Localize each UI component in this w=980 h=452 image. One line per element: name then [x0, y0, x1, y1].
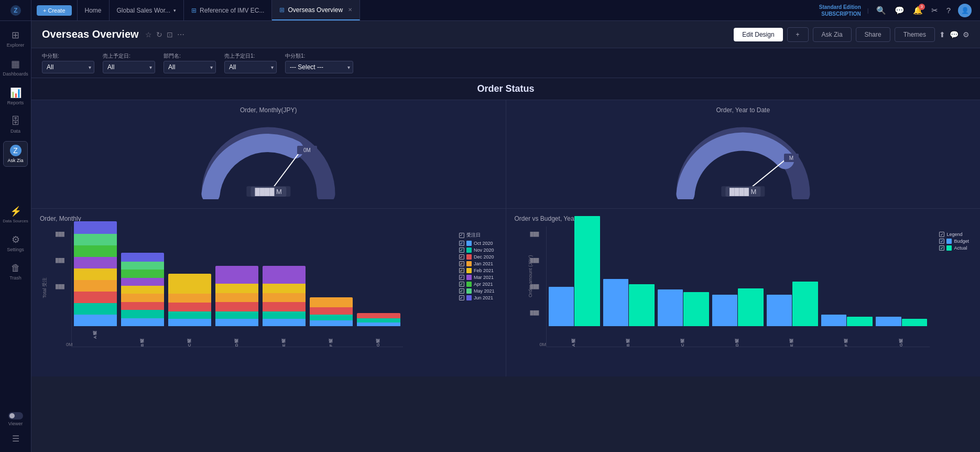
stacked-bar-c[interactable]	[168, 274, 211, 326]
sidebar-menu-toggle[interactable]: ☰	[8, 429, 23, 448]
legend-legend-checkbox[interactable]: ✓	[939, 232, 944, 237]
legend-dec2020-label: Dec 2020	[474, 254, 494, 260]
legend-actual-checkbox[interactable]: ✓	[939, 245, 944, 251]
stacked-bar-b[interactable]	[121, 253, 164, 326]
legend-item-mar2021: ✓ Mar 2021	[459, 275, 495, 280]
app-logo[interactable]: Z	[0, 0, 31, 20]
viewer-toggle[interactable]: Viewer	[8, 409, 23, 429]
legend-checkbox[interactable]: ✓	[459, 233, 464, 238]
actual-bar-d[interactable]	[738, 288, 764, 326]
sidebar-item-trash[interactable]: 🗑 Trash	[0, 259, 31, 285]
svg-text:M: M	[789, 155, 793, 161]
svg-text:Z: Z	[14, 7, 17, 14]
ask-zia-button[interactable]: Ask Zia	[813, 27, 852, 42]
y-val-r-mid1: ███	[530, 258, 539, 263]
create-button[interactable]: + Create	[37, 5, 72, 16]
tab-reference[interactable]: ⊞ Reference of IMV EC...	[184, 0, 272, 20]
gauge-left-panel: Order, Monthly(JPY) 0M	[31, 100, 506, 208]
grouped-bar-b-bars	[603, 279, 655, 326]
filter-sales-date2-select[interactable]: All	[224, 61, 277, 73]
grouped-bar-group-e: 拠点E	[767, 282, 818, 347]
nav-right: Standard Edition SUBSCRIPTION | 🔍 💬 🔔 3 …	[811, 4, 980, 17]
tab-overseas-overview[interactable]: ⊞ Overseas Overview ✕	[272, 0, 360, 20]
legend-item-nov2020: ✓ Nov 2020	[459, 247, 495, 253]
legend-title-text: 受注日	[466, 232, 481, 239]
tab-close-icon[interactable]: ✕	[348, 7, 352, 13]
stacked-bar-e[interactable]	[263, 266, 306, 326]
legend-mar2021-checkbox[interactable]: ✓	[459, 275, 464, 280]
top-nav: Z + Create Home Global Sales Wor... ▾ ⊞ …	[0, 0, 980, 21]
legend-item-budget: ✓ Budget	[939, 239, 969, 244]
actual-bar-g[interactable]	[902, 319, 928, 326]
export-icon[interactable]: ⬆	[939, 30, 945, 39]
legend-item-apr2021: ✓ Apr 2021	[459, 282, 495, 287]
chat-icon[interactable]: 💬	[894, 5, 906, 16]
actual-bar-e[interactable]	[792, 282, 818, 326]
budget-bar-a[interactable]	[549, 287, 574, 326]
stacked-bar-g[interactable]	[357, 313, 400, 326]
tab-global-sales[interactable]: Global Sales Wor... ▾	[110, 0, 184, 20]
actual-bar-a[interactable]	[574, 216, 600, 326]
sidebar-item-data[interactable]: 🗄 Data	[0, 112, 31, 138]
budget-bar-d[interactable]	[712, 295, 738, 326]
help-icon[interactable]: ?	[945, 5, 952, 16]
sidebar-item-settings[interactable]: ⚙ Settings	[0, 230, 31, 256]
sidebar-item-reports[interactable]: 📊 Reports	[0, 83, 31, 110]
filter-department-select[interactable]: All	[164, 61, 216, 73]
scissors-icon[interactable]: ✂	[930, 5, 939, 16]
sidebar-item-ask-zia[interactable]: Z Ask Zia	[3, 141, 28, 167]
refresh-icon[interactable]: ↻	[156, 30, 162, 39]
budget-bar-c[interactable]	[658, 289, 683, 326]
legend-dec2020-checkbox[interactable]: ✓	[459, 254, 464, 260]
filter-mid-category2: 中分類1: --- Select ---	[285, 52, 353, 73]
layout-icon[interactable]: ⊡	[167, 30, 173, 39]
bell-icon[interactable]: 🔔 3	[912, 5, 924, 16]
legend-jun2021-checkbox[interactable]: ✓	[459, 295, 464, 300]
more-icon[interactable]: ⋯	[177, 30, 184, 39]
viewer-label: Viewer	[8, 421, 23, 426]
reports-icon: 📊	[10, 87, 21, 99]
toggle-switch[interactable]	[8, 412, 23, 419]
budget-bar-g[interactable]	[876, 317, 901, 326]
budget-bar-b[interactable]	[603, 279, 629, 326]
share-button[interactable]: Share	[856, 27, 890, 42]
gauge-charts-row: Order, Monthly(JPY) 0M	[31, 100, 980, 209]
ask-zia-icon: Z	[10, 145, 21, 156]
avatar-icon[interactable]: 👤	[958, 4, 972, 17]
search-icon[interactable]: 🔍	[875, 5, 887, 16]
legend-feb2021-checkbox[interactable]: ✓	[459, 268, 464, 273]
legend-nov2020-color	[466, 247, 472, 253]
comment-icon[interactable]: 💬	[950, 30, 959, 39]
add-button[interactable]: +	[787, 27, 809, 42]
sidebar-item-data-sources[interactable]: ⚡ Data Sources	[0, 201, 31, 228]
stacked-bar-d[interactable]	[215, 266, 258, 326]
bar-group-c: 拠点C	[168, 274, 211, 347]
filter-mid-category2-select[interactable]: --- Select ---	[285, 61, 353, 73]
actual-bar-f[interactable]	[847, 317, 873, 326]
filter-mid-category-select[interactable]: All	[42, 61, 94, 73]
legend-jan2021-checkbox[interactable]: ✓	[459, 261, 464, 266]
legend-budget-checkbox[interactable]: ✓	[939, 239, 944, 244]
legend-nov2020-checkbox[interactable]: ✓	[459, 247, 464, 253]
y-val-mid1: ███	[56, 258, 64, 263]
actual-bar-c[interactable]	[683, 292, 709, 326]
legend-may2021-checkbox[interactable]: ✓	[459, 288, 464, 294]
bar-label-f: 拠点F	[329, 328, 334, 347]
legend-oct2020-checkbox[interactable]: ✓	[459, 241, 464, 246]
settings-gear-icon[interactable]: ⚙	[963, 30, 970, 39]
sidebar-item-explorer[interactable]: ⊞ Explorer	[0, 25, 31, 52]
tab-home[interactable]: Home	[78, 0, 110, 20]
star-icon[interactable]: ☆	[145, 30, 152, 39]
budget-bar-e[interactable]	[767, 295, 792, 326]
y-axis-line-right	[546, 227, 547, 347]
legend-feb2021-color	[466, 268, 472, 273]
actual-bar-b[interactable]	[629, 284, 655, 326]
edit-design-button[interactable]: Edit Design	[734, 28, 782, 41]
filter-sales-date-select[interactable]: All	[103, 61, 155, 73]
legend-apr2021-checkbox[interactable]: ✓	[459, 282, 464, 287]
stacked-bar-a[interactable]	[74, 221, 117, 326]
budget-bar-f[interactable]	[821, 315, 847, 326]
stacked-bar-f[interactable]	[310, 297, 353, 326]
sidebar-item-dashboards[interactable]: ▦ Dashboards	[0, 54, 31, 81]
themes-button[interactable]: Themes	[895, 27, 935, 42]
